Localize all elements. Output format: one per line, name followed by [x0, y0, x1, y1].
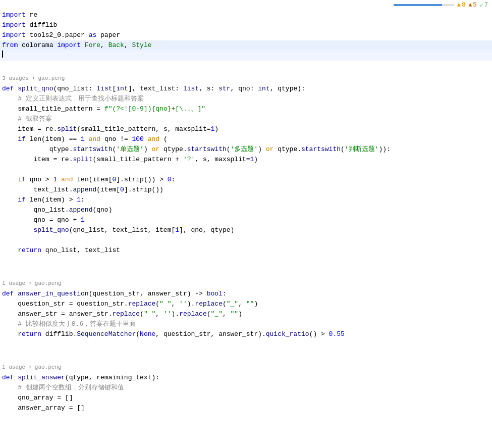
code-text: ,: [124, 40, 132, 51]
code-text: ,: [270, 84, 278, 94]
code-line-comment4: # 创建两个空数组，分别存储键和值: [0, 383, 492, 393]
kw-return2: return: [18, 329, 41, 339]
indent: [2, 114, 18, 124]
var-qstr: question_str: [18, 299, 65, 309]
code-line: import tools2_0.paper as paper: [0, 30, 492, 40]
code-text: )):: [378, 144, 390, 155]
code-text: ): [254, 155, 258, 165]
code-text: :: [89, 84, 97, 94]
code-text: (qtype, remaining_text):: [65, 373, 159, 383]
num-1g: 1: [175, 225, 179, 235]
code-text: (qno_list, text_list, item[: [69, 225, 176, 235]
meta-line-split-answer: 1 usage ⬆ gao.peng: [0, 360, 492, 373]
username-gao-peng: gao.peng: [38, 73, 65, 84]
kw-def2: def: [2, 289, 14, 299]
str-danxuanti: '单选题': [116, 144, 144, 155]
indent: [2, 403, 18, 413]
code-text: ): [214, 124, 218, 134]
code-text: (item) ==: [41, 134, 81, 144]
type-bool: bool: [207, 289, 223, 299]
code-line: import re: [0, 10, 492, 20]
code-line-qno-array: qno_array = []: [0, 393, 492, 403]
code-line-def-split-answer: def split_answer(qtype, remaining_text):: [0, 373, 492, 383]
method-replace3: replace: [112, 309, 140, 319]
code-text: (: [159, 134, 168, 144]
code-line-if-len-item: if len(item) > 1:: [0, 195, 492, 205]
str-space: " ": [159, 299, 171, 309]
code-line-from: from colorama import Fore, Back, Style: [0, 40, 492, 51]
indent: [2, 319, 18, 329]
num-055: 0.55: [329, 329, 345, 339]
builtin-len: len: [30, 134, 41, 144]
code-text: (small_title_pattern +: [92, 155, 183, 165]
indent6: [2, 205, 33, 215]
code-line-return: return qno_list, text_list: [0, 245, 492, 256]
str-underscore2: "_": [211, 309, 223, 319]
code-text: (: [112, 144, 116, 155]
code-text: ): [144, 144, 152, 155]
var-pattern: small_title_pattern: [18, 104, 92, 114]
code-text: =: [33, 124, 45, 134]
username-gao-peng3: gao.peng: [35, 362, 62, 373]
num-1: 1: [211, 124, 215, 134]
method-startswith2: startswith: [187, 144, 227, 155]
code-text: (: [136, 329, 140, 339]
kw-if3: if: [18, 195, 26, 205]
code-text: (item[: [96, 185, 120, 195]
indent6: [2, 225, 33, 235]
fn-answer-in-question: answer_in_question: [18, 289, 88, 299]
num-0b: 0: [168, 175, 172, 185]
code-area[interactable]: import re import difflib import tools2_0…: [0, 10, 492, 448]
code-text: , s, maxsplit=: [195, 155, 250, 165]
code-text: ,: [155, 309, 163, 319]
num-1d: 1: [53, 175, 57, 185]
comment-arrays: # 创建两个空数组，分别存储键和值: [18, 383, 124, 393]
method-append1: append: [73, 185, 96, 195]
kw-or2: or: [266, 144, 274, 155]
var-qno-array: qno_array: [18, 393, 53, 403]
code-text: qtype.: [274, 144, 301, 155]
code-line-if-condition: qtype.startswith('单选题') or qtype.startsw…: [0, 144, 492, 155]
code-text: (question_str, answer_str) ->: [89, 289, 207, 299]
code-text: ):: [297, 84, 305, 94]
empty-line3: [0, 235, 492, 245]
code-text: [14, 84, 18, 94]
method-seqmatcher: SequenceMatcher: [77, 329, 136, 339]
method-replace4: replace: [179, 309, 207, 319]
indent: [2, 134, 18, 144]
code-text: .: [53, 124, 57, 134]
code-text: , question_str, answer_str).: [155, 329, 265, 339]
str-space2: " ": [144, 309, 155, 319]
code-text: ).: [187, 299, 195, 309]
code-text: re: [26, 10, 37, 20]
str-empty2: "": [246, 299, 254, 309]
code-text: (item[: [89, 175, 113, 185]
code-text: ,: [100, 40, 108, 51]
usage-count-3: 3 usages: [2, 73, 29, 84]
fn-split-qno-recursive: split_qno: [33, 225, 69, 235]
var-qno-list: qno_list: [33, 205, 65, 215]
str-empty4: "": [231, 309, 239, 319]
code-text: .: [69, 155, 73, 165]
fstring-pattern: f"(?<![0-9]){qno}+[\..、]": [104, 104, 205, 114]
module-re2: re: [61, 155, 69, 165]
code-text: =: [92, 104, 104, 114]
param-qno: qno: [238, 84, 250, 94]
error-count: 5: [473, 2, 476, 9]
empty-line2: [0, 165, 492, 175]
var-qtype: qtype: [49, 144, 69, 155]
comment-similarity: # 比较相似度大于0.6，答案在题干里面: [18, 319, 136, 329]
kw-return: return: [18, 245, 41, 256]
module-re: re: [45, 124, 53, 134]
code-line-pattern: small_title_pattern = f"(?<![0-9]){qno}+…: [0, 104, 492, 114]
method-append2: append: [69, 205, 93, 215]
keyword-def: def: [2, 84, 14, 94]
code-text: ): [258, 144, 266, 155]
code-line-recursive-call: split_qno(qno_list, text_list, item[1], …: [0, 225, 492, 235]
code-line-astr-replace: answer_str = answer_str.replace(" ", '')…: [0, 309, 492, 319]
method-split2: split: [73, 155, 92, 165]
code-text: [85, 134, 89, 144]
method-replace2: replace: [195, 299, 223, 309]
code-text: = []: [65, 403, 85, 413]
indent8: [2, 144, 49, 155]
